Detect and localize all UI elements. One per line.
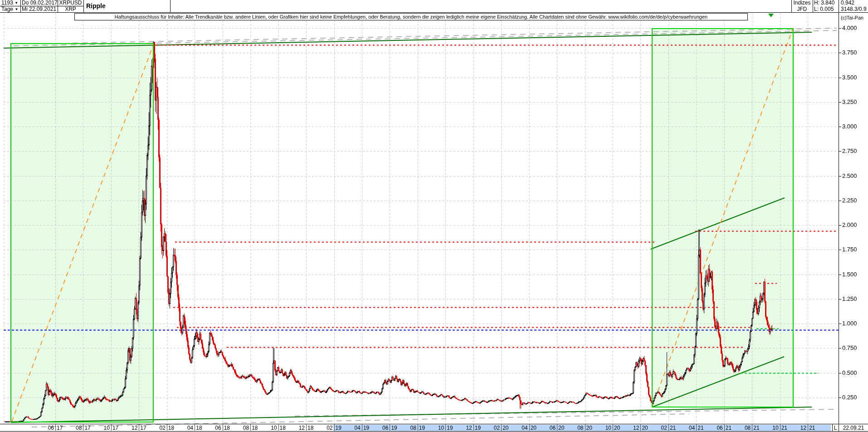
bars-count-dropdown[interactable]: 1193 ▼ (1, 0, 20, 6)
x-axis-label: 0821 (742, 425, 762, 431)
y-axis-label: 2.500 (842, 172, 857, 180)
x-axis-label: 1018 (268, 425, 288, 431)
disclaimer-text-box: Haftungsausschluss für Inhalte: Alle Tre… (74, 13, 748, 20)
price-chart-canvas[interactable] (0, 0, 868, 432)
taipan-chart-window: 1193 ▼ Tage ▼ Do 09.02.2017 Mi 22.09.202… (0, 0, 868, 432)
x-axis-label: 0820 (575, 425, 595, 431)
y-axis-label: 1.750 (842, 246, 857, 253)
x-axis-label: 0817 (73, 425, 93, 431)
y-axis-label: 1.000 (842, 320, 857, 327)
timeframe-dropdown[interactable]: Tage ▼ (1, 6, 20, 12)
x-axis-label: 0618 (213, 425, 233, 431)
x-axis-label: 0421 (686, 425, 706, 431)
last-marker-label: L (833, 425, 838, 431)
last-date-label: 22.09.21 (840, 425, 867, 431)
chevron-down-icon: ▼ (15, 1, 18, 5)
y-axis-label: 3.500 (842, 74, 857, 81)
current-price-tag: 0.942 (839, 326, 867, 334)
y-axis-label: 1.250 (842, 295, 857, 303)
last-price-value: 0.942 (841, 0, 867, 6)
header-divider (0, 6, 83, 6)
last-bar-marker-icon (768, 14, 774, 17)
low-value: L: 0.005 (814, 6, 838, 12)
x-axis-label: 1217 (129, 425, 149, 431)
y-axis-label: 1.500 (842, 271, 857, 278)
exchange-label: Indizes (791, 0, 813, 6)
y-axis-label: 0.250 (842, 394, 857, 401)
y-axis-label: 0.750 (842, 344, 857, 352)
header-divider (839, 0, 839, 12)
y-axis-label: 3.250 (842, 98, 857, 106)
symbol-label: XRPUSD (58, 0, 83, 6)
x-axis-label: 0418 (185, 425, 205, 431)
x-axis-label: 1219 (463, 425, 483, 431)
copyright-label: (c)Tai-Pan (841, 15, 863, 20)
date-from-field[interactable]: Do 09.02.2017 (22, 0, 57, 6)
y-axis-label: 4.000 (842, 25, 857, 32)
x-axis-label: 1020 (603, 425, 623, 431)
chevron-down-icon: ▼ (15, 7, 18, 11)
high-value: H: 3.840 (814, 0, 838, 6)
x-axis-label: 1221 (798, 425, 818, 431)
instrument-title: Ripple (86, 0, 168, 12)
volume-value: 3148.3/0.9 (841, 6, 867, 12)
header-divider (791, 0, 792, 12)
y-axis-label: 0.500 (842, 369, 857, 377)
header-bottom-border (0, 12, 868, 13)
header-divider (813, 0, 813, 12)
x-axis-label: 0619 (380, 425, 400, 431)
y-axis-label: 2.000 (842, 221, 857, 229)
x-axis-label: 0818 (240, 425, 260, 431)
bars-count-value: 1193 (1, 0, 13, 6)
x-axis-label: 1218 (296, 425, 316, 431)
x-axis-label: 0621 (714, 425, 734, 431)
x-axis-label: 0617 (45, 425, 65, 431)
y-axis-label: 3.750 (842, 49, 857, 56)
y-axis-label: 2.250 (842, 197, 857, 204)
header-divider (83, 0, 84, 12)
x-axis-label: 1021 (770, 425, 790, 431)
x-axis-label: 0220 (491, 425, 511, 431)
symbol-short-label: XRP (58, 6, 83, 12)
x-axis-label: 0819 (408, 425, 428, 431)
x-axis-label: 0218 (157, 425, 177, 431)
x-axis-label: 0620 (547, 425, 567, 431)
x-axis-label: 1017 (101, 425, 121, 431)
x-axis-label: 0419 (352, 425, 372, 431)
x-axis-label: 1220 (630, 425, 650, 431)
header-divider (170, 0, 171, 12)
x-axis-label: 0219 (324, 425, 344, 431)
x-axis-label: 0420 (519, 425, 539, 431)
date-to-field[interactable]: Mi 22.09.2021 (22, 6, 57, 12)
broker-label: JFD (791, 6, 813, 12)
x-axis-label: 1019 (435, 425, 455, 431)
timeframe-value: Tage (1, 6, 13, 12)
y-axis-label: 2.750 (842, 147, 857, 155)
x-axis-label: 0221 (658, 425, 678, 431)
y-axis-label: 3.000 (842, 123, 857, 130)
